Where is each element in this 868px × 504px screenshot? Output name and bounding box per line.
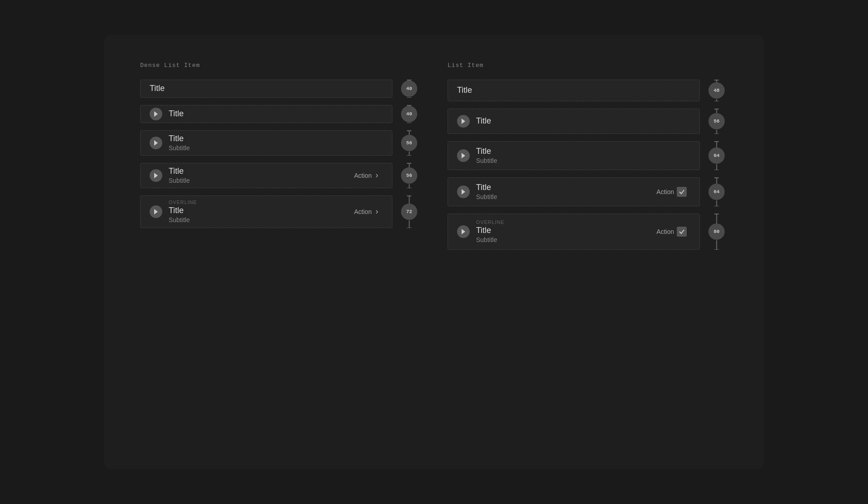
play-icon[interactable] (457, 185, 470, 198)
list-item-row-d1: Title40 (140, 80, 420, 98)
list-item-row-r4: TitleSubtitleAction64 (448, 177, 728, 206)
list-items-dense: Title40Title40TitleSubtitle56TitleSubtit… (140, 80, 420, 228)
height-badge-d5: 72 (401, 204, 417, 220)
list-item-row-d5: OverlineTitleSubtitleAction›72 (140, 195, 420, 228)
svg-marker-6 (462, 189, 465, 195)
item-title: Title (169, 109, 383, 119)
height-badge-r5: 80 (708, 223, 725, 240)
chevron-icon: › (374, 171, 379, 180)
height-badge-r4: 64 (708, 184, 725, 200)
play-icon[interactable] (150, 137, 162, 149)
dim-indicator-d2: 40 (398, 105, 420, 123)
list-item-box-d1[interactable]: Title (140, 80, 392, 98)
item-subtitle: Subtitle (476, 157, 690, 165)
list-item-row-r2: Title56 (448, 109, 728, 134)
play-icon[interactable] (150, 108, 162, 120)
dim-indicator-r5: 80 (705, 214, 728, 250)
height-badge-d4: 56 (401, 167, 417, 184)
dim-indicator-r3: 64 (705, 141, 728, 170)
list-item-box-d4[interactable]: TitleSubtitleAction› (140, 163, 392, 188)
dim-indicator-r1: 48 (705, 80, 728, 101)
column-title-dense: Dense List Item (140, 62, 420, 69)
play-icon[interactable] (457, 149, 470, 162)
item-title: Title (169, 166, 354, 176)
list-item-row-r3: TitleSubtitle64 (448, 141, 728, 170)
item-subtitle: Subtitle (476, 236, 656, 244)
item-title: Title (150, 84, 383, 94)
play-icon[interactable] (457, 115, 470, 128)
dim-indicator-d5: 72 (398, 195, 420, 228)
svg-marker-4 (462, 119, 465, 124)
chevron-icon: › (374, 207, 379, 216)
column-dense: Dense List ItemTitle40Title40TitleSubtit… (140, 62, 420, 442)
height-badge-d3: 56 (401, 135, 417, 151)
list-item-box-d3[interactable]: TitleSubtitle (140, 130, 392, 156)
list-item-row-d3: TitleSubtitle56 (140, 130, 420, 156)
height-badge-r1: 48 (708, 82, 725, 99)
play-icon[interactable] (150, 205, 162, 218)
svg-marker-7 (462, 229, 465, 234)
dim-indicator-d1: 40 (398, 80, 420, 98)
item-overline: Overline (169, 200, 354, 205)
svg-marker-0 (154, 111, 158, 117)
item-text-d4: TitleSubtitle (169, 166, 354, 185)
item-text-r4: TitleSubtitle (476, 183, 656, 201)
item-text-r1: Title (457, 86, 690, 95)
play-icon[interactable] (150, 169, 162, 182)
height-badge-d1: 40 (401, 81, 417, 97)
list-item-row-d4: TitleSubtitleAction›56 (140, 163, 420, 188)
item-title: Title (476, 147, 690, 157)
item-title: Title (476, 116, 690, 126)
main-container: Dense List ItemTitle40Title40TitleSubtit… (104, 35, 764, 469)
list-item-box-r1[interactable]: Title (448, 80, 700, 101)
height-badge-d2: 40 (401, 106, 417, 122)
item-subtitle: Subtitle (476, 193, 656, 201)
list-item-row-d2: Title40 (140, 105, 420, 123)
play-icon[interactable] (457, 225, 470, 238)
list-item-box-d2[interactable]: Title (140, 105, 392, 123)
list-items-regular: Title48Title56TitleSubtitle64TitleSubtit… (448, 80, 728, 250)
list-item-box-r5[interactable]: OverlineTitleSubtitleAction (448, 214, 700, 250)
list-item-box-r4[interactable]: TitleSubtitleAction (448, 177, 700, 206)
item-text-d2: Title (169, 109, 383, 119)
dim-indicator-r2: 56 (705, 109, 728, 134)
height-badge-r2: 56 (708, 113, 725, 129)
item-text-d3: TitleSubtitle (169, 134, 383, 152)
dim-indicator-d4: 56 (398, 163, 420, 188)
list-item-box-d5[interactable]: OverlineTitleSubtitleAction› (140, 195, 392, 228)
svg-marker-2 (154, 173, 158, 178)
list-item-row-r1: Title48 (448, 80, 728, 101)
item-text-d1: Title (150, 84, 383, 94)
action-text: Action (656, 228, 674, 235)
item-title: Title (457, 86, 690, 95)
item-title: Title (476, 183, 656, 193)
item-text-d5: OverlineTitleSubtitle (169, 200, 354, 224)
list-item-box-r3[interactable]: TitleSubtitle (448, 141, 700, 170)
item-text-r5: OverlineTitleSubtitle (476, 219, 656, 244)
item-title: Title (476, 226, 656, 236)
item-action-r4[interactable]: Action (656, 187, 687, 197)
item-title: Title (169, 206, 354, 216)
action-text: Action (354, 208, 372, 215)
column-regular: List ItemTitle48Title56TitleSubtitle64Ti… (448, 62, 728, 442)
list-item-box-r2[interactable]: Title (448, 109, 700, 134)
item-overline: Overline (476, 219, 656, 225)
svg-marker-1 (154, 140, 158, 146)
item-subtitle: Subtitle (169, 216, 354, 224)
item-text-r3: TitleSubtitle (476, 147, 690, 165)
svg-marker-5 (462, 153, 465, 158)
item-title: Title (169, 134, 383, 144)
dim-indicator-d3: 56 (398, 130, 420, 156)
list-item-row-r5: OverlineTitleSubtitleAction80 (448, 214, 728, 250)
item-text-r2: Title (476, 116, 690, 126)
column-title-regular: List Item (448, 62, 728, 69)
item-action-r5[interactable]: Action (656, 227, 687, 237)
item-action-d5[interactable]: Action› (354, 207, 379, 216)
checkbox-icon[interactable] (677, 227, 687, 237)
height-badge-r3: 64 (708, 147, 725, 164)
checkbox-icon[interactable] (677, 187, 687, 197)
item-action-d4[interactable]: Action› (354, 171, 379, 180)
item-subtitle: Subtitle (169, 144, 383, 152)
item-subtitle: Subtitle (169, 177, 354, 185)
dim-indicator-r4: 64 (705, 177, 728, 206)
